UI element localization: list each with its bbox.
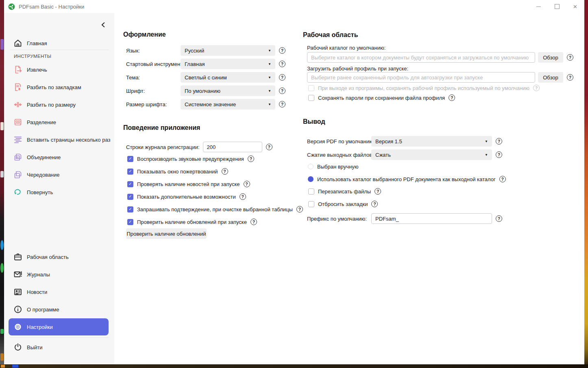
help-icon[interactable]: ? bbox=[296, 206, 303, 212]
help-icon[interactable]: ? bbox=[279, 101, 285, 107]
help-icon[interactable]: ? bbox=[222, 168, 228, 175]
save-passwords-checkbox-row[interactable]: Сохранять пароли при сохранении файла пр… bbox=[308, 94, 455, 102]
sidebar-item-news[interactable]: Новости bbox=[4, 283, 114, 300]
checkbox-checked[interactable]: ✓ bbox=[127, 206, 133, 212]
sidebar-item-logs[interactable]: Журналы bbox=[4, 266, 114, 283]
sidebar-item-extract[interactable]: Извлечь bbox=[4, 61, 114, 78]
checkbox-checked[interactable]: ✓ bbox=[127, 194, 133, 200]
sidebar-item-split-by-bookmarks[interactable]: Разбить по закладкам bbox=[4, 79, 114, 96]
help-icon[interactable]: ? bbox=[496, 151, 502, 158]
confirm-clear-checkbox-row[interactable]: ✓ Запрашивать подтверждение, при очистке… bbox=[127, 205, 303, 213]
chevron-down-icon: ▼ bbox=[485, 140, 488, 143]
help-icon[interactable]: ? bbox=[567, 74, 573, 81]
help-icon[interactable]: ? bbox=[496, 215, 502, 222]
field-label: Сжатие выходных файлов: bbox=[307, 152, 371, 158]
sidebar-item-rotate[interactable]: Повернуть bbox=[4, 184, 114, 201]
collapse-sidebar-button[interactable] bbox=[98, 20, 109, 30]
desktop-icon-fragment bbox=[0, 122, 4, 130]
sidebar-item-split-by-size[interactable]: Разбить по размеру bbox=[4, 96, 114, 113]
overwrite-files-checkbox-row[interactable]: Перезаписать файлы ? bbox=[308, 187, 381, 195]
sidebar-section-tools: ИНСТРУМЕНТЫ bbox=[14, 54, 51, 59]
checkbox-checked[interactable]: ✓ bbox=[127, 219, 133, 225]
sidebar-item-exit[interactable]: Выйти bbox=[4, 339, 114, 356]
default-directory-row: Обзор ? bbox=[307, 52, 573, 63]
desktop-icon-fragment bbox=[0, 171, 4, 177]
help-icon[interactable]: ? bbox=[449, 94, 455, 101]
help-icon[interactable]: ? bbox=[240, 193, 246, 200]
checkbox-checked[interactable]: ✓ bbox=[127, 156, 133, 162]
startup-tool-dropdown[interactable]: Главная ▼ bbox=[181, 59, 275, 69]
chevron-down-icon: ▼ bbox=[268, 62, 271, 66]
help-icon[interactable]: ? bbox=[375, 188, 381, 195]
gear-icon bbox=[13, 322, 23, 332]
default-directory-input[interactable] bbox=[307, 52, 535, 63]
browse-directory-button[interactable]: Обзор bbox=[538, 52, 563, 63]
field-label: Тема: bbox=[126, 74, 181, 81]
insert-pages-icon bbox=[13, 135, 23, 145]
checkbox-unchecked[interactable] bbox=[308, 95, 314, 101]
extract-icon bbox=[13, 65, 23, 74]
language-dropdown[interactable]: Русский ▼ bbox=[181, 45, 275, 56]
chevron-down-icon: ▼ bbox=[268, 103, 271, 106]
maximize-button[interactable] bbox=[548, 0, 566, 13]
default-directory-label: Рабочий каталог по умолчанию: bbox=[307, 45, 385, 51]
manual-output-radio-row[interactable]: Выбран вручную bbox=[308, 162, 358, 171]
pdf-version-dropdown[interactable]: Версия 1.5 ▼ bbox=[371, 136, 492, 147]
close-button[interactable]: ✕ bbox=[566, 0, 584, 13]
font-dropdown[interactable]: По умолчанию ▼ bbox=[181, 85, 275, 96]
check-updates-checkbox-row[interactable]: ✓ Проверить наличие обновлений при запус… bbox=[127, 218, 257, 226]
same-directory-radio-row[interactable]: Использовать каталог выбранного PDF доку… bbox=[308, 175, 506, 183]
radio-selected[interactable] bbox=[308, 176, 314, 182]
sidebar-item-split[interactable]: Разделение bbox=[4, 114, 114, 131]
help-icon[interactable]: ? bbox=[496, 138, 502, 145]
help-icon[interactable]: ? bbox=[248, 156, 254, 162]
sidebar-item-insert-pages[interactable]: Вставить страницы несколько раз bbox=[4, 131, 114, 148]
sidebar-item-settings[interactable]: Настройки bbox=[9, 318, 109, 335]
compression-dropdown[interactable]: Сжать ▼ bbox=[371, 149, 492, 160]
help-icon[interactable]: ? bbox=[279, 61, 285, 67]
theme-dropdown[interactable]: Светлый с синим ▼ bbox=[181, 72, 275, 83]
checkbox-checked[interactable]: ✓ bbox=[127, 169, 133, 175]
help-icon[interactable]: ? bbox=[499, 176, 506, 182]
sidebar-item-home[interactable]: Главная bbox=[4, 35, 114, 52]
prefix-input[interactable] bbox=[371, 213, 492, 224]
minimize-button[interactable] bbox=[529, 0, 548, 13]
donation-window-checkbox-row[interactable]: ✓ Показывать окно пожертвований ? bbox=[127, 167, 228, 175]
desktop-edge-left bbox=[0, 0, 4, 368]
pdfsam-window: PDFsam Basic - Настройки ✕ Главная ИНСТР… bbox=[4, 0, 584, 364]
checkbox-unchecked[interactable] bbox=[308, 188, 314, 195]
help-icon[interactable]: ? bbox=[250, 219, 257, 225]
help-icon[interactable]: ? bbox=[279, 88, 285, 94]
desktop-icon-fragment bbox=[0, 263, 4, 273]
sidebar-item-workspace[interactable]: Рабочая область bbox=[4, 248, 114, 265]
load-profile-input[interactable] bbox=[307, 72, 535, 83]
discard-bookmarks-checkbox-row[interactable]: Отбросить закладки ? bbox=[308, 200, 378, 208]
radio-unselected[interactable] bbox=[308, 164, 314, 169]
alternate-mix-icon bbox=[13, 170, 23, 180]
sidebar-item-alternate[interactable]: Чередование bbox=[4, 166, 114, 183]
premium-features-checkbox-row[interactable]: ✓ Показать дополнительные возможности ? bbox=[127, 193, 246, 201]
log-lines-input[interactable] bbox=[203, 142, 262, 152]
sidebar-item-about[interactable]: О программе bbox=[4, 301, 114, 318]
theme-row: Тема: Светлый с синим ▼ ? bbox=[126, 72, 285, 83]
field-label: Строки журнала регистрации: bbox=[126, 144, 200, 150]
log-lines-row: Строки журнала регистрации: ? bbox=[126, 142, 272, 152]
play-sounds-checkbox-row[interactable]: ✓ Воспроизводить звуковые предупреждения… bbox=[127, 155, 254, 163]
desktop-icon-fragment bbox=[0, 353, 4, 361]
checkbox-checked[interactable]: ✓ bbox=[127, 181, 133, 187]
check-updates-button[interactable]: Проверить наличие обновлений bbox=[126, 228, 207, 239]
help-icon[interactable]: ? bbox=[279, 47, 285, 54]
desktop-taskbar-edge bbox=[0, 364, 588, 368]
help-icon[interactable]: ? bbox=[244, 181, 250, 187]
help-icon[interactable]: ? bbox=[371, 201, 378, 207]
help-icon[interactable]: ? bbox=[567, 54, 573, 61]
help-icon[interactable]: ? bbox=[279, 74, 285, 81]
browse-profile-button[interactable]: Обзор bbox=[538, 72, 563, 83]
help-icon[interactable]: ? bbox=[266, 144, 272, 150]
check-news-checkbox-row[interactable]: ✓ Проверять наличие новостей при запуске… bbox=[127, 180, 250, 188]
section-title-workspace: Рабочая область bbox=[303, 31, 358, 39]
font-size-dropdown[interactable]: Системное значение ▼ bbox=[181, 99, 275, 110]
desktop-icon-fragment bbox=[0, 329, 4, 334]
sidebar-item-merge[interactable]: Объединение bbox=[4, 149, 114, 166]
checkbox-unchecked[interactable] bbox=[308, 201, 314, 207]
